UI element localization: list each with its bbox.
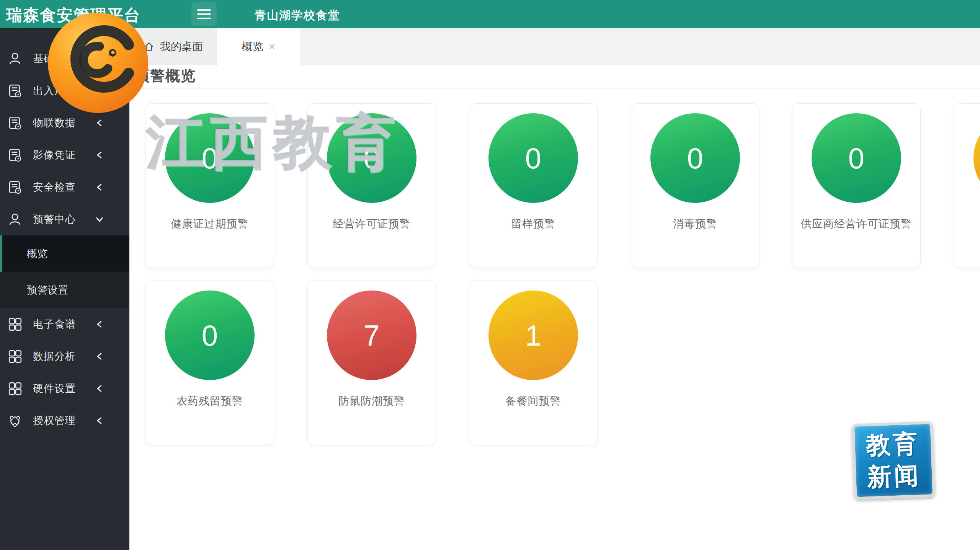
chevron-left-icon: [95, 150, 104, 160]
warning-count: 7: [364, 319, 380, 352]
warning-count-circle: 0: [165, 113, 255, 203]
chevron-left-icon: [95, 118, 104, 127]
warning-card-disinfection[interactable]: 0 消毒预警: [631, 103, 760, 268]
tab-label: 我的桌面: [160, 39, 203, 54]
sidebar-subitem-label: 概览: [27, 247, 47, 261]
warning-card-label: 供应商经营许可证预警: [792, 217, 920, 231]
warning-center-submenu: 概览 预警设置: [0, 235, 129, 308]
warning-count-circle: 0: [165, 291, 255, 380]
sidebar-item-image-vouchers[interactable]: 影像凭证: [0, 139, 129, 171]
grid-icon: [8, 317, 22, 331]
sidebar-item-label: 预警中心: [33, 212, 95, 226]
home-icon: [143, 41, 155, 52]
grid-icon: [8, 381, 22, 396]
chevron-left-icon: [95, 352, 104, 361]
warning-card-label: 备餐间预警: [469, 394, 597, 408]
warning-count-circle: 0: [488, 113, 578, 203]
sidebar-item-label: 基础档案: [33, 52, 95, 65]
warning-count: 1: [525, 319, 541, 352]
warning-card-label: 防鼠防潮预警: [308, 394, 436, 408]
warning-card-label: 健康证过期预警: [146, 217, 274, 231]
chevron-left-icon: [95, 86, 104, 95]
tab-overview[interactable]: 概览 ×: [217, 28, 300, 65]
sidebar-item-data-analysis[interactable]: 数据分析: [0, 340, 129, 372]
sidebar-item-label: 电子食谱: [33, 317, 95, 331]
warning-card-rodent-moisture[interactable]: 7 防鼠防潮预警: [307, 281, 436, 445]
warning-count: 0: [525, 142, 541, 175]
warning-card-label: 留样预警: [469, 217, 597, 231]
warning-card-pesticide-residue[interactable]: 0 农药残留预警: [145, 281, 274, 445]
warning-count-circle: 1: [488, 291, 578, 380]
sidebar-item-label: 硬件设置: [33, 382, 95, 395]
sidebar-item-safety-inspection[interactable]: 安全检查: [0, 171, 129, 203]
warning-count-circle: 0: [650, 113, 740, 203]
close-icon[interactable]: ×: [269, 41, 276, 52]
document-icon: [8, 83, 22, 98]
warning-card-label: 经营许可证预警: [308, 217, 436, 231]
tab-label: 概览: [242, 39, 263, 54]
warning-count-circle: [973, 113, 980, 203]
sidebar-subitem-label: 预警设置: [27, 283, 68, 297]
grid-icon: [8, 349, 22, 364]
sidebar-item-e-menu[interactable]: 电子食谱: [0, 308, 129, 340]
sidebar-item-label: 物联数据: [33, 116, 95, 130]
warning-count-circle: 7: [327, 291, 416, 380]
chevron-down-icon: [95, 215, 104, 224]
hamburger-icon: [197, 9, 211, 11]
sidebar-item-warning-center[interactable]: 预警中心: [0, 203, 129, 235]
page-title: 预警概览: [135, 66, 196, 88]
warning-card-supplier-license[interactable]: 0 供应商经营许可证预警: [792, 103, 921, 268]
warning-card-business-license[interactable]: 0 经营许可证预警: [307, 103, 436, 268]
canteen-name: 青山湖学校食堂: [255, 8, 340, 23]
document-icon: [8, 180, 22, 194]
sidebar-item-label: 数据分析: [33, 349, 95, 363]
warning-count: 0: [848, 142, 864, 175]
sidebar-item-hardware-settings[interactable]: 硬件设置: [0, 372, 129, 405]
chevron-left-icon: [95, 320, 104, 329]
app-window: 瑞森食安管理平台 青山湖学校食堂 基础档案 出入库 物联数据: [0, 0, 980, 550]
sidebar-subitem-warning-settings[interactable]: 预警设置: [0, 272, 129, 308]
user-icon: [8, 212, 22, 227]
chevron-left-icon: [95, 54, 104, 63]
warning-count: 0: [364, 142, 380, 175]
warning-count-circle: 0: [327, 113, 416, 203]
ring-icon: [8, 413, 22, 428]
warning-card-health-certificate[interactable]: 0 健康证过期预警: [145, 103, 274, 268]
sidebar-subitem-overview[interactable]: 概览: [0, 235, 129, 272]
sidebar-item-iot-data[interactable]: 物联数据: [0, 107, 129, 139]
page-title-row: 预警概览: [129, 65, 980, 88]
top-header: 瑞森食安管理平台 青山湖学校食堂: [0, 0, 980, 28]
sidebar-item-label: 安全检查: [33, 180, 95, 194]
sidebar: 基础档案 出入库 物联数据 影像凭证 安全检查: [0, 28, 129, 550]
tab-bar: 我的桌面 概览 ×: [129, 28, 980, 65]
sidebar-item-label: 出入库: [33, 84, 95, 98]
sidebar-item-in-out-warehouse[interactable]: 出入库: [0, 75, 129, 107]
main-content: 预警概览 0 健康证过期预警 0 经营许可证预警 0 留样预警 0 消毒预警 0…: [129, 65, 980, 550]
chevron-left-icon: [95, 384, 104, 393]
user-icon: [8, 51, 22, 66]
chevron-left-icon: [95, 183, 104, 192]
warning-card-partial[interactable]: [954, 103, 980, 268]
sidebar-item-label: 影像凭证: [33, 148, 95, 162]
warning-count: 0: [202, 142, 218, 175]
warning-card-label: 消毒预警: [631, 217, 759, 231]
document-icon: [8, 116, 22, 130]
sidebar-toggle-button[interactable]: [191, 2, 217, 26]
app-title: 瑞森食安管理平台: [6, 5, 141, 26]
sidebar-item-authorization[interactable]: 授权管理: [0, 405, 129, 437]
sidebar-item-basic-archives[interactable]: 基础档案: [0, 42, 129, 75]
document-icon: [8, 148, 22, 162]
warning-card-sample-retention[interactable]: 0 留样预警: [469, 103, 598, 268]
warning-card-meal-prep-room[interactable]: 1 备餐间预警: [469, 281, 598, 445]
warning-count-circle: 0: [812, 113, 901, 203]
warning-count: 0: [687, 142, 703, 175]
warning-count: 0: [202, 319, 218, 352]
chevron-left-icon: [95, 416, 104, 425]
warning-card-label: 农药残留预警: [146, 394, 274, 408]
tab-my-desktop[interactable]: 我的桌面: [129, 28, 217, 65]
sidebar-item-label: 授权管理: [33, 414, 95, 428]
